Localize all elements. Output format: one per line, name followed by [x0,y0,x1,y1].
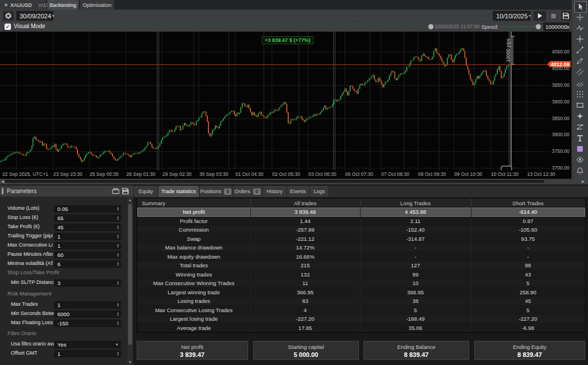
waves-tool[interactable] [574,78,586,89]
settings-button[interactable] [3,11,14,21]
rectangle-tool[interactable] [574,100,586,110]
table-row[interactable]: Max equity drawdown16.66%-- [137,252,585,262]
value-stepper[interactable]: ▲▼ [117,301,119,309]
param-input[interactable]: 6000▲▼ [54,310,121,318]
tab-events[interactable]: Events [287,186,309,197]
load-parameters-button[interactable] [111,187,119,195]
replay-progress-handle[interactable] [428,24,434,29]
save-report-button[interactable] [561,11,571,21]
column-header[interactable]: Long Trades [400,200,431,206]
param-input[interactable]: 1▲▼ [54,301,121,309]
date-from-picker[interactable]: 30/09/2024 ▼ [16,11,53,21]
value-stepper[interactable]: ▲▼ [117,279,119,287]
scroll-right-icon[interactable]: ▶ [582,179,585,184]
param-input[interactable]: 65▲▼ [54,214,121,222]
param-input[interactable]: 6▲▼ [54,260,121,268]
table-row[interactable]: Commission-257.99-152.40-105.60 [137,225,585,235]
tab-positions[interactable]: Positions0 [200,186,232,197]
save-parameters-button[interactable] [121,187,129,195]
table-row[interactable]: Swap-221.12-314.8793.75 [137,235,585,244]
param-input[interactable]: 3▲▼ [54,279,121,287]
table-row[interactable]: Max Consecutive Winning Trades11105 [137,279,585,288]
replay-progress-track[interactable] [60,26,429,27]
measure-tool[interactable] [574,122,586,132]
param-input[interactable]: Yes▼ [54,341,121,348]
speed-slider-handle[interactable] [536,24,541,29]
value-stepper[interactable]: ▲▼ [117,214,119,222]
column-header[interactable]: Short Trades [512,200,543,206]
scroll-up-icon[interactable]: ▲ [127,198,133,202]
param-input[interactable]: 45▲▼ [54,224,121,231]
value-stepper[interactable]: ▲▼ [117,251,119,259]
value-stepper[interactable]: ▲▼ [117,224,119,231]
param-input[interactable]: -150▲▼ [54,320,121,327]
eye-tool[interactable] [574,155,586,165]
table-row[interactable]: Profit factor1.442.110.87 [137,217,585,226]
text-tool[interactable] [574,133,586,143]
value-stepper[interactable]: ▲▼ [117,310,119,318]
sparkle-tool[interactable] [574,111,586,121]
value-stepper[interactable]: ▲▼ [117,350,119,358]
param-input[interactable]: 0.05▲▼ [54,205,121,213]
chart-scrollbar-thumb[interactable] [5,180,544,183]
table-row[interactable]: Largest losing trade-227.20-168.49-227.2… [137,314,585,324]
table-row[interactable]: Largest winning trade366.95366.95258.90 [137,288,585,297]
price-axis[interactable]: 4012.09 4050.004000.003950.003900.003850… [550,32,571,170]
chart-area[interactable]: 10000 pips +3 839.47 $ (+77%) 4012.09 40… [0,32,571,179]
stop-button[interactable] [548,11,559,21]
table-row[interactable]: Max balance drawdown14.72%-- [137,243,585,252]
tab-trade-statistics[interactable]: Trade statistics [158,186,199,197]
row-label: Max equity drawdown [168,253,220,260]
value-stepper[interactable]: ▲▼ [117,205,119,213]
param-input[interactable]: 1▲▼ [54,242,121,249]
column-header[interactable]: All trades [294,200,317,206]
chevron-down-icon[interactable]: ▼ [115,341,119,348]
param-input[interactable]: 1▲▼ [54,350,121,358]
column-header[interactable]: Summary [142,200,165,206]
parameters-scrollbar-thumb[interactable] [128,204,132,345]
value-stepper[interactable]: ▲▼ [117,260,119,268]
pencil-tool[interactable] [574,56,586,66]
table-row[interactable]: Total trades21512788 [137,261,585,270]
visual-mode-checkbox[interactable]: ✓ [5,24,11,30]
table-row[interactable]: Winning trades1328943 [137,270,585,279]
tab-history[interactable]: History [263,186,286,197]
tab-orders[interactable]: Orders0 [233,186,262,197]
channel-tool[interactable] [574,67,586,77]
value-stepper[interactable]: ▲▼ [117,320,119,327]
column-separator [250,324,251,333]
tab-optimisation[interactable]: Optimisation [80,0,114,10]
param-input[interactable]: 1▲▼ [54,233,121,240]
tab-chart-xauusd[interactable]: XAUUSD m15 [0,0,46,10]
parameters-scrollbar[interactable]: ▲ ▼ [127,197,133,365]
anchor-tool[interactable] [574,34,586,44]
param-value: Yes [57,341,67,348]
pulse-tool[interactable] [574,23,586,33]
trend-line-tool[interactable] [574,45,586,55]
crosshair-tool[interactable] [574,12,586,22]
time-axis[interactable]: 22 Sep 2025, UTC+123 Sep 23:3025 Sep 00:… [0,170,571,179]
tab-equity[interactable]: Equity [134,186,157,197]
speed-stepper[interactable]: ▲ ▼ [565,23,568,30]
table-row[interactable]: Net profit3 839.484 453.88-614.40 [137,208,585,217]
tab-logs[interactable]: Logs [310,186,328,197]
scroll-left-icon[interactable]: ◀ [1,179,4,184]
table-row[interactable]: Losing trades833845 [137,297,585,306]
color-swatch-tool[interactable] [574,144,586,154]
table-row[interactable]: Max Consecutive Losing Trades455 [137,306,585,315]
value-stepper[interactable]: ▲▼ [117,242,119,249]
value-stepper[interactable]: ▲▼ [117,233,119,240]
section-header: Risk Management [7,290,52,297]
bell-tool[interactable] [574,166,586,176]
speed-slider-track[interactable] [501,26,537,27]
scroll-down-icon[interactable]: ▼ [127,360,133,364]
param-input[interactable]: 60▲▼ [54,251,121,259]
tab-backtesting[interactable]: Backtesting [47,0,79,10]
play-button[interactable] [533,11,546,21]
table-row[interactable]: Average trade17.8535.06-6.98 [137,324,585,333]
chart-scrollbar[interactable]: ◀ ▶ [0,179,588,185]
cursor-tool[interactable] [574,1,587,13]
parameters-header[interactable]: Parameters [0,186,133,197]
dotted-grid-tool[interactable] [574,89,586,99]
date-to-picker[interactable]: 10/10/2025 ▼ [493,11,531,21]
